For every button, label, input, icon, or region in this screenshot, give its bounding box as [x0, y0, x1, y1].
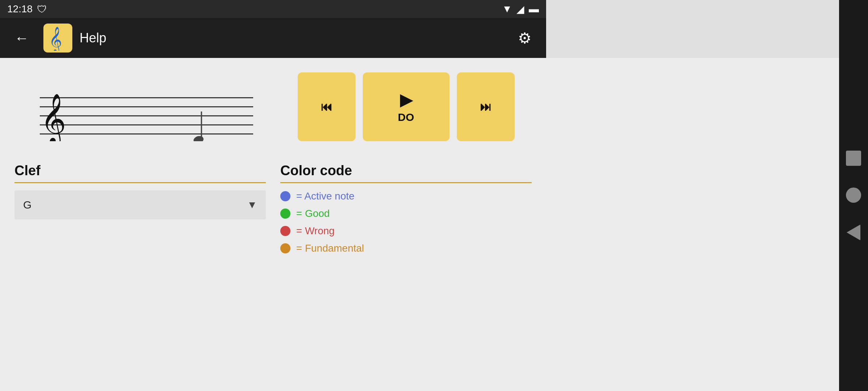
svg-point-8: [193, 135, 204, 141]
next-button[interactable]: ⏭: [457, 72, 515, 141]
off-canvas-area: [546, 58, 839, 391]
clef-dropdown[interactable]: G ▼: [14, 190, 266, 219]
status-bar: 12:18 🛡 ▼ ◢ ▬: [0, 0, 546, 18]
signal-icon: ◢: [516, 3, 524, 15]
clef-divider: [14, 182, 266, 183]
recent-apps-button[interactable]: [846, 151, 861, 166]
color-code-divider: [280, 182, 532, 183]
color-label: = Good: [296, 208, 330, 219]
svg-text:𝄞: 𝄞: [41, 94, 66, 141]
clef-section-title: Clef: [14, 163, 266, 178]
battery-icon: ▬: [529, 3, 539, 15]
color-dot: [280, 191, 290, 201]
wifi-icon: ▼: [502, 3, 512, 15]
svg-text:𝄞: 𝄞: [49, 27, 62, 51]
prev-button[interactable]: ⏮: [298, 72, 356, 141]
shield-icon: 🛡: [37, 3, 47, 15]
next-icon: ⏭: [480, 100, 492, 114]
home-button[interactable]: [846, 188, 861, 203]
status-bar-right: ▼ ◢ ▬: [502, 3, 539, 15]
clef-value: G: [23, 199, 31, 211]
playback-controls: ⏮ ▶ DO ⏭: [280, 72, 532, 141]
staff-display: 𝄞: [14, 69, 260, 141]
status-bar-left: 12:18 🛡: [7, 3, 47, 15]
play-icon: ▶: [400, 91, 412, 109]
clef-section: Clef G ▼: [14, 163, 266, 254]
back-nav-button[interactable]: [847, 224, 860, 240]
app-icon: 𝄞: [43, 24, 72, 52]
color-label: = Active note: [296, 190, 354, 202]
prev-icon: ⏮: [321, 100, 332, 114]
color-item: = Good: [280, 208, 532, 219]
settings-button[interactable]: ⚙: [511, 26, 539, 51]
color-label: = Wrong: [296, 225, 335, 237]
color-dot: [280, 226, 290, 236]
color-code-section: Color code = Active note= Good= Wrong= F…: [280, 163, 532, 254]
color-label: = Fundamental: [296, 243, 364, 254]
dropdown-arrow-icon: ▼: [247, 199, 257, 211]
play-button[interactable]: ▶ DO: [363, 72, 450, 141]
bottom-content-row: Clef G ▼ Color code = Active note= Good=…: [14, 163, 532, 254]
page-title: Help: [80, 30, 511, 46]
color-code-title: Color code: [280, 163, 532, 178]
back-button[interactable]: ←: [7, 27, 36, 49]
side-panel: [839, 0, 868, 391]
time-display: 12:18: [7, 3, 33, 15]
top-content-row: 𝄞 ⏮ ▶ DO ⏭: [14, 69, 532, 148]
color-item: = Fundamental: [280, 243, 532, 254]
color-dot: [280, 243, 290, 253]
color-item: = Active note: [280, 190, 532, 202]
play-note-label: DO: [398, 111, 414, 123]
color-items-list: = Active note= Good= Wrong= Fundamental: [280, 190, 532, 254]
playback-section: ⏮ ▶ DO ⏭: [280, 69, 532, 148]
main-content: 𝄞 ⏮ ▶ DO ⏭: [0, 58, 546, 391]
app-bar: ← 𝄞 Help ⚙: [0, 18, 546, 58]
color-item: = Wrong: [280, 225, 532, 237]
staff-section: 𝄞: [14, 69, 266, 148]
color-dot: [280, 209, 290, 219]
